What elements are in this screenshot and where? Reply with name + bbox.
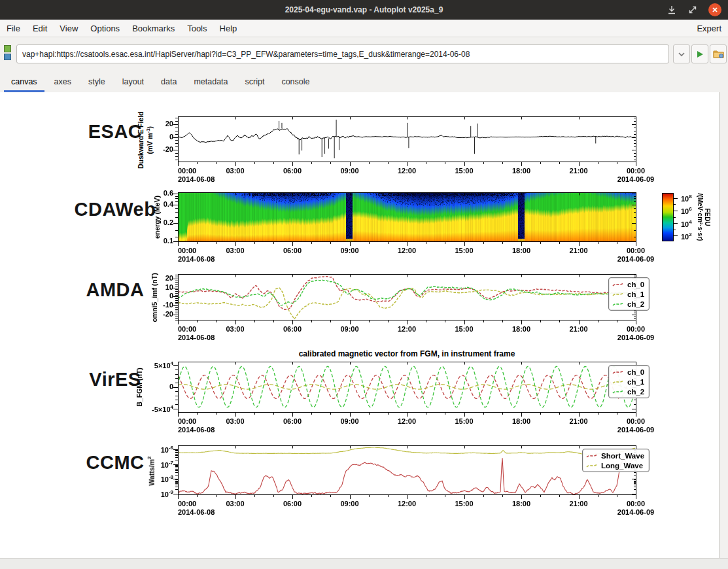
plot-title-vires: calibrated magnetic vector from FGM, in … <box>299 349 515 358</box>
x-tick-label: 09:00 <box>340 417 358 426</box>
x-tick-label: 00:002014-06-08 <box>178 417 215 434</box>
plot-amda[interactable] <box>171 274 642 326</box>
x-tick-label: 18:00 <box>512 417 530 426</box>
y-tick-label: 10-9 <box>126 489 173 498</box>
y-tick-label: 0.1 <box>126 237 173 245</box>
x-tick-label: 06:00 <box>283 325 302 334</box>
x-tick-label: 09:00 <box>340 325 358 334</box>
plot-cdaweb[interactable] <box>171 192 642 248</box>
legend-line-sample <box>612 300 625 308</box>
x-tick-label: 03:00 <box>226 325 244 334</box>
x-tick-label: 00:002014-06-09 <box>617 500 654 517</box>
x-tick-label: 15:00 <box>455 417 473 426</box>
x-tick-label: 03:00 <box>226 247 244 255</box>
x-tick-label: 06:00 <box>283 247 302 255</box>
legend-label: ch_0 <box>627 368 644 376</box>
legend-vires: ch_0ch_1ch_2 <box>608 365 650 398</box>
x-tick-label: 18:00 <box>512 247 530 255</box>
y-tick-label: -20 <box>126 145 173 153</box>
x-tick-label: 00:002014-06-08 <box>178 500 215 517</box>
plot-esac[interactable] <box>171 116 642 168</box>
legend-ccmc: Short_WaveLong_Wave <box>582 449 650 472</box>
colorbar-tick-label: 102 <box>681 232 692 241</box>
legend-amda: ch_0ch_1ch_2 <box>608 277 650 311</box>
legend-entry-ch_1: ch_1 <box>612 377 644 387</box>
legend-label: ch_1 <box>627 378 644 386</box>
legend-entry-ch_0: ch_0 <box>612 279 644 289</box>
x-tick-label: 03:00 <box>226 417 244 426</box>
y-tick-label: 0 <box>126 133 173 141</box>
y-tick-label: 10 <box>126 283 173 291</box>
x-tick-label: 21:00 <box>569 167 587 175</box>
legend-label: Short_Wave <box>601 452 644 460</box>
x-tick-label: 00:002014-06-09 <box>617 247 654 264</box>
y-tick-label: 0.4 <box>126 200 173 208</box>
x-tick-label: 15:00 <box>455 247 473 255</box>
legend-entry-Long_Wave: Long_Wave <box>585 460 644 470</box>
y-tick-label: -10 <box>126 301 173 309</box>
x-tick-label: 00:002014-06-09 <box>617 325 654 342</box>
legend-label: ch_2 <box>627 300 644 308</box>
legend-line-sample <box>585 452 598 460</box>
y-tick-label: 10-6 <box>126 445 173 454</box>
x-tick-label: 15:00 <box>455 500 473 508</box>
x-tick-label: 06:00 <box>283 500 302 508</box>
x-tick-label: 03:00 <box>226 167 244 175</box>
legend-line-sample <box>585 462 598 470</box>
x-tick-label: 09:00 <box>340 500 358 508</box>
x-tick-label: 09:00 <box>340 167 358 175</box>
x-tick-label: 21:00 <box>569 247 587 255</box>
x-tick-label: 12:00 <box>398 167 416 175</box>
y-tick-label: 20 <box>126 120 173 128</box>
legend-label: ch_1 <box>627 290 644 298</box>
legend-line-sample <box>612 378 625 386</box>
x-tick-label: 00:002014-06-09 <box>617 417 654 434</box>
x-tick-label: 21:00 <box>569 417 587 426</box>
legend-entry-Short_Wave: Short_Wave <box>585 451 644 460</box>
x-tick-label: 18:00 <box>512 325 530 334</box>
x-tick-label: 12:00 <box>398 247 416 255</box>
x-tick-label: 00:002014-06-08 <box>178 247 215 264</box>
y-tick-label: 0.6 <box>126 189 173 197</box>
ylabel-ccmc: Watts/m2 <box>146 415 156 526</box>
legend-entry-ch_0: ch_0 <box>612 367 644 377</box>
legend-entry-ch_1: ch_1 <box>612 289 644 299</box>
plots-overlay: ESACDuskward E Field(mV m-1)200-2000:002… <box>0 0 728 569</box>
legend-line-sample <box>612 281 625 288</box>
y-tick-label: -20 <box>126 310 173 318</box>
legend-line-sample <box>612 290 625 298</box>
status-bar <box>0 558 728 569</box>
colorbar-tick-label: 104 <box>681 219 692 228</box>
x-tick-label: 12:00 <box>398 417 416 426</box>
legend-entry-ch_2: ch_2 <box>612 299 644 309</box>
x-tick-label: 06:00 <box>283 167 302 175</box>
x-tick-label: 00:002014-06-08 <box>178 167 215 184</box>
x-tick-label: 09:00 <box>340 247 358 255</box>
legend-line-sample <box>612 388 625 396</box>
y-tick-label: 20 <box>126 274 173 282</box>
colorbar-axis-label: FEDU/(MeV·cm²·s·sr) <box>697 181 711 253</box>
legend-label: ch_0 <box>627 281 644 288</box>
colorbar-tick-label: 108 <box>681 194 692 203</box>
y-tick-label: 5×104 <box>126 360 173 370</box>
x-tick-label: 21:00 <box>569 500 587 508</box>
x-tick-label: 15:00 <box>455 167 473 175</box>
plot-ccmc[interactable] <box>171 445 642 501</box>
x-tick-label: 12:00 <box>398 500 416 508</box>
legend-label: ch_2 <box>627 388 644 396</box>
y-tick-label: 0 <box>126 383 173 390</box>
x-tick-label: 12:00 <box>398 325 416 334</box>
y-tick-label: 10-8 <box>126 474 173 483</box>
x-tick-label: 21:00 <box>569 325 587 334</box>
x-tick-label: 18:00 <box>512 167 530 175</box>
colorbar-cdaweb <box>662 193 679 241</box>
y-tick-label: -5×104 <box>126 404 173 413</box>
y-tick-label: 10-7 <box>126 460 173 469</box>
x-tick-label: 00:002014-06-09 <box>617 167 654 184</box>
legend-entry-ch_2: ch_2 <box>612 387 644 396</box>
plot-vires[interactable] <box>171 362 642 419</box>
legend-line-sample <box>612 368 625 376</box>
x-tick-label: 06:00 <box>283 417 302 426</box>
colorbar-tick-label: 106 <box>681 206 692 215</box>
x-tick-label: 03:00 <box>226 500 244 508</box>
